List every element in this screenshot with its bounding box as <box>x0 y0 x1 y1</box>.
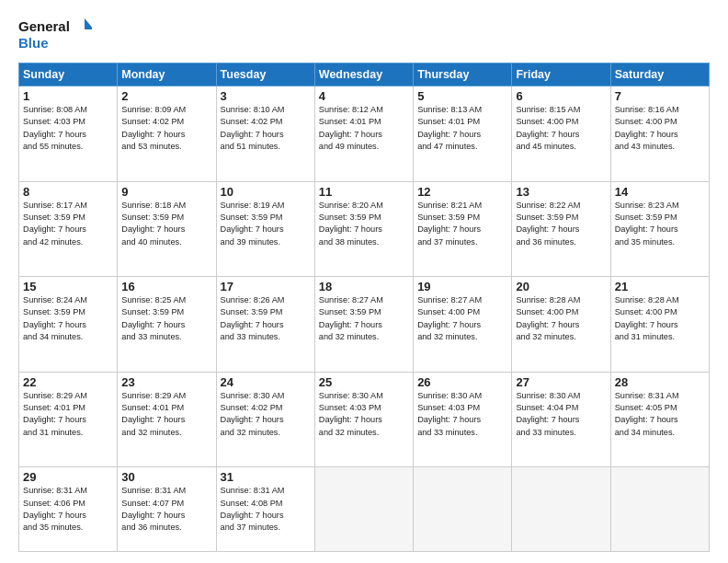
calendar-day: 17Sunrise: 8:26 AM Sunset: 3:59 PM Dayli… <box>216 277 314 373</box>
day-number: 6 <box>516 89 606 103</box>
day-number: 10 <box>221 185 311 199</box>
empty-day <box>512 467 610 552</box>
day-info: Sunrise: 8:30 AM Sunset: 4:03 PM Dayligh… <box>319 390 409 439</box>
calendar-day: 2Sunrise: 8:09 AM Sunset: 4:02 PM Daylig… <box>118 86 216 182</box>
day-info: Sunrise: 8:31 AM Sunset: 4:07 PM Dayligh… <box>121 485 211 534</box>
day-info: Sunrise: 8:29 AM Sunset: 4:01 PM Dayligh… <box>23 390 113 439</box>
day-info: Sunrise: 8:19 AM Sunset: 3:59 PM Dayligh… <box>221 200 311 248</box>
day-info: Sunrise: 8:25 AM Sunset: 3:59 PM Dayligh… <box>121 294 211 343</box>
calendar-day: 22Sunrise: 8:29 AM Sunset: 4:01 PM Dayli… <box>19 372 118 467</box>
day-number: 12 <box>417 185 507 199</box>
day-info: Sunrise: 8:22 AM Sunset: 3:59 PM Dayligh… <box>516 200 606 248</box>
calendar-day: 18Sunrise: 8:27 AM Sunset: 3:59 PM Dayli… <box>314 277 413 373</box>
day-info: Sunrise: 8:31 AM Sunset: 4:08 PM Dayligh… <box>221 485 311 534</box>
day-number: 27 <box>516 375 606 389</box>
svg-text:Blue: Blue <box>18 35 49 51</box>
calendar-day: 31Sunrise: 8:31 AM Sunset: 4:08 PM Dayli… <box>216 467 314 552</box>
day-info: Sunrise: 8:21 AM Sunset: 3:59 PM Dayligh… <box>417 200 507 248</box>
calendar-day: 9Sunrise: 8:18 AM Sunset: 3:59 PM Daylig… <box>118 181 216 277</box>
calendar-day: 20Sunrise: 8:28 AM Sunset: 4:00 PM Dayli… <box>512 277 610 373</box>
empty-day <box>314 467 413 552</box>
dow-header: Monday <box>118 63 216 86</box>
calendar-day: 25Sunrise: 8:30 AM Sunset: 4:03 PM Dayli… <box>314 372 413 467</box>
day-info: Sunrise: 8:08 AM Sunset: 4:03 PM Dayligh… <box>23 104 113 153</box>
day-number: 22 <box>23 375 113 389</box>
calendar-day: 8Sunrise: 8:17 AM Sunset: 3:59 PM Daylig… <box>19 181 118 277</box>
day-number: 1 <box>23 89 113 103</box>
calendar-day: 12Sunrise: 8:21 AM Sunset: 3:59 PM Dayli… <box>414 181 512 277</box>
calendar-day: 23Sunrise: 8:29 AM Sunset: 4:01 PM Dayli… <box>118 372 216 467</box>
empty-day <box>414 467 512 552</box>
day-number: 18 <box>319 280 409 293</box>
calendar-day: 19Sunrise: 8:27 AM Sunset: 4:00 PM Dayli… <box>414 277 512 373</box>
day-info: Sunrise: 8:18 AM Sunset: 3:59 PM Dayligh… <box>121 200 211 248</box>
calendar-day: 3Sunrise: 8:10 AM Sunset: 4:02 PM Daylig… <box>216 86 314 182</box>
day-number: 13 <box>516 185 606 199</box>
calendar-day: 16Sunrise: 8:25 AM Sunset: 3:59 PM Dayli… <box>118 277 216 373</box>
calendar-day: 27Sunrise: 8:30 AM Sunset: 4:04 PM Dayli… <box>512 372 610 467</box>
day-number: 2 <box>121 89 211 103</box>
day-number: 30 <box>121 470 211 484</box>
dow-header: Wednesday <box>314 63 413 86</box>
day-info: Sunrise: 8:26 AM Sunset: 3:59 PM Dayligh… <box>221 294 311 343</box>
dow-header: Friday <box>512 63 610 86</box>
day-number: 9 <box>121 185 211 199</box>
calendar-day: 24Sunrise: 8:30 AM Sunset: 4:02 PM Dayli… <box>216 372 314 467</box>
calendar-day: 14Sunrise: 8:23 AM Sunset: 3:59 PM Dayli… <box>610 181 709 277</box>
empty-day <box>610 467 709 552</box>
calendar-day: 6Sunrise: 8:15 AM Sunset: 4:00 PM Daylig… <box>512 86 610 182</box>
calendar-day: 26Sunrise: 8:30 AM Sunset: 4:03 PM Dayli… <box>414 372 512 467</box>
day-info: Sunrise: 8:12 AM Sunset: 4:01 PM Dayligh… <box>319 104 409 153</box>
calendar-day: 30Sunrise: 8:31 AM Sunset: 4:07 PM Dayli… <box>118 467 216 552</box>
day-info: Sunrise: 8:24 AM Sunset: 3:59 PM Dayligh… <box>23 294 113 343</box>
calendar-day: 29Sunrise: 8:31 AM Sunset: 4:06 PM Dayli… <box>19 467 118 552</box>
dow-header: Sunday <box>19 63 118 86</box>
dow-header: Thursday <box>414 63 512 86</box>
day-number: 14 <box>615 185 705 199</box>
dow-header: Saturday <box>610 63 709 86</box>
calendar-day: 13Sunrise: 8:22 AM Sunset: 3:59 PM Dayli… <box>512 181 610 277</box>
logo: General Blue <box>18 17 92 55</box>
day-number: 24 <box>221 375 311 389</box>
day-info: Sunrise: 8:31 AM Sunset: 4:05 PM Dayligh… <box>615 390 705 439</box>
day-number: 4 <box>319 89 409 103</box>
day-number: 25 <box>319 375 409 389</box>
day-number: 23 <box>121 375 211 389</box>
calendar-day: 28Sunrise: 8:31 AM Sunset: 4:05 PM Dayli… <box>610 372 709 467</box>
day-info: Sunrise: 8:30 AM Sunset: 4:02 PM Dayligh… <box>221 390 311 439</box>
day-number: 28 <box>615 375 705 389</box>
calendar-day: 4Sunrise: 8:12 AM Sunset: 4:01 PM Daylig… <box>314 86 413 182</box>
day-info: Sunrise: 8:28 AM Sunset: 4:00 PM Dayligh… <box>615 294 705 343</box>
day-info: Sunrise: 8:16 AM Sunset: 4:00 PM Dayligh… <box>615 104 705 153</box>
day-number: 31 <box>221 470 311 484</box>
day-number: 15 <box>23 280 113 293</box>
day-number: 19 <box>417 280 507 293</box>
day-info: Sunrise: 8:20 AM Sunset: 3:59 PM Dayligh… <box>319 200 409 248</box>
day-info: Sunrise: 8:13 AM Sunset: 4:01 PM Dayligh… <box>417 104 507 153</box>
day-number: 26 <box>417 375 507 389</box>
day-number: 17 <box>221 280 311 293</box>
day-number: 7 <box>615 89 705 103</box>
day-info: Sunrise: 8:28 AM Sunset: 4:00 PM Dayligh… <box>516 294 606 343</box>
day-info: Sunrise: 8:23 AM Sunset: 3:59 PM Dayligh… <box>615 200 705 248</box>
day-info: Sunrise: 8:27 AM Sunset: 3:59 PM Dayligh… <box>319 294 409 343</box>
day-number: 29 <box>23 470 113 484</box>
logo-svg: General Blue <box>18 17 92 55</box>
day-info: Sunrise: 8:29 AM Sunset: 4:01 PM Dayligh… <box>121 390 211 439</box>
day-info: Sunrise: 8:17 AM Sunset: 3:59 PM Dayligh… <box>23 200 113 248</box>
calendar-day: 1Sunrise: 8:08 AM Sunset: 4:03 PM Daylig… <box>19 86 118 182</box>
calendar-day: 15Sunrise: 8:24 AM Sunset: 3:59 PM Dayli… <box>19 277 118 373</box>
day-info: Sunrise: 8:09 AM Sunset: 4:02 PM Dayligh… <box>121 104 211 153</box>
svg-marker-2 <box>85 18 92 29</box>
dow-header: Tuesday <box>216 63 314 86</box>
day-number: 21 <box>615 280 705 293</box>
day-number: 20 <box>516 280 606 293</box>
calendar-day: 21Sunrise: 8:28 AM Sunset: 4:00 PM Dayli… <box>610 277 709 373</box>
calendar-day: 11Sunrise: 8:20 AM Sunset: 3:59 PM Dayli… <box>314 181 413 277</box>
calendar-day: 5Sunrise: 8:13 AM Sunset: 4:01 PM Daylig… <box>414 86 512 182</box>
svg-text:General: General <box>18 18 70 34</box>
day-info: Sunrise: 8:15 AM Sunset: 4:00 PM Dayligh… <box>516 104 606 153</box>
day-info: Sunrise: 8:10 AM Sunset: 4:02 PM Dayligh… <box>221 104 311 153</box>
calendar-day: 10Sunrise: 8:19 AM Sunset: 3:59 PM Dayli… <box>216 181 314 277</box>
calendar-day: 7Sunrise: 8:16 AM Sunset: 4:00 PM Daylig… <box>610 86 709 182</box>
